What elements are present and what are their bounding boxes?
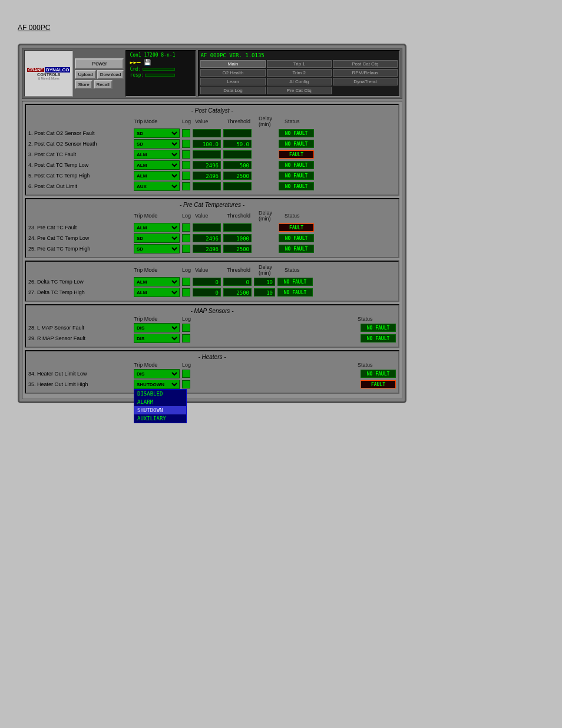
trip-mode-select-5[interactable]: ALM [134,171,180,180]
log-checkbox-3[interactable] [182,150,190,159]
trip-mode-select-28[interactable]: DIS [134,323,180,332]
threshold-display-25: 2500 [223,245,252,253]
status-badge-28: NO FAULT [361,324,396,332]
tab-post-cat-ctq[interactable]: Post Cat Ctq [333,60,398,68]
value-display-26: 0 [193,278,221,286]
value-display-6 [193,182,221,190]
trip-mode-select-35-container: SHUTDOWN DISABLED ALARM SHUTDOWN AUXILIA… [134,380,180,389]
log-checkbox-1[interactable] [182,129,190,137]
underline-header: AF 000PC [18,24,50,32]
content-area: - Post Catalyst - Trip Mode Log Value Th… [22,101,402,399]
hdr-log-2: Log [182,213,193,219]
trip-mode-select-1[interactable]: SD [134,129,180,138]
logo-section: CRANE DYNALCO CONTROLS & More & Mores [24,50,73,97]
trip-mode-select-4[interactable]: ALM [134,160,180,170]
log-checkbox-4[interactable] [182,161,190,169]
threshold-display-4: 500 [223,161,252,169]
store-button[interactable]: Store [75,80,92,89]
delay-display-27: 10 [254,288,275,297]
tab-data-log[interactable]: Data Log [200,87,265,94]
threshold-display-3 [223,150,252,159]
status-badge-24: NO FAULT [279,234,314,242]
log-checkbox-24[interactable] [182,234,190,242]
trip-mode-select-3[interactable]: ALM [134,150,180,159]
hdr-threshold-2: Threshold [227,213,256,219]
dropdown-item-auxiliary[interactable]: AUXILIARY [134,414,186,423]
trip-mode-select-26[interactable]: ALM [134,277,180,286]
tab-learn[interactable]: Learn [200,78,265,85]
table-row: 3. Post Cat TC Fault ALM FAULT [28,150,396,159]
hdr-log-5: Log [182,362,193,368]
log-checkbox-29[interactable] [182,334,190,342]
row-label: 1. Post Cat O2 Sensor Fault [28,130,131,136]
log-checkbox-5[interactable] [182,172,190,180]
row-label: 26. Delta TC Temp Low [28,279,131,285]
header-bar: CRANE DYNALCO CONTROLS & More & Mores Po… [22,48,402,99]
status-badge-23: FAULT [279,223,314,232]
tab-ai-config[interactable]: AI Config [267,78,332,85]
trip-mode-select-27[interactable]: ALM [134,288,180,297]
tab-rpm-relaus[interactable]: RPM/Relaus [333,69,398,77]
pre-cat-headers: Trip Mode Log Value Threshold Delay (min… [28,210,396,222]
map-sensors-section: - MAP Sensors - Trip Mode Log Status 28.… [25,304,399,348]
status-badge-3: FAULT [279,150,314,159]
value-display-25: 2496 [193,245,221,253]
trip-mode-select-35[interactable]: SHUTDOWN [134,380,180,389]
value-display-23 [193,223,221,232]
trip-mode-select-34[interactable]: DIS [134,369,180,378]
tab-pre-cat-ctq[interactable]: Pre Cat Ctq [267,87,332,94]
trip-mode-select-23[interactable]: ALM [134,223,180,232]
log-checkbox-26[interactable] [182,278,190,286]
logo-controls: CONTROLS [37,73,60,77]
hdr-threshold: Threshold [227,118,256,124]
dropdown-item-disabled[interactable]: DISABLED [134,390,186,398]
tab-trip1[interactable]: Trip 1 [267,60,332,68]
status-badge-5: NO FAULT [279,172,314,180]
delta-tc-headers: Trip Mode Log Value Threshold Delay (min… [28,264,396,276]
trip-mode-select-24[interactable]: SD [134,233,180,243]
recall-button[interactable]: Recall [94,80,113,89]
status-badge-26: NO FAULT [277,278,313,286]
upload-button[interactable]: Upload [75,70,95,79]
log-checkbox-28[interactable] [182,324,190,332]
dropdown-item-alarm[interactable]: ALARM [134,398,186,406]
tab-o2-health[interactable]: O2 Health [200,69,265,77]
table-row: 27. Delta TC Temp High ALM 0 2500 10 NO … [28,288,396,297]
tab-dynatrend[interactable]: DynaTrend [333,78,398,85]
log-checkbox-35[interactable] [182,380,190,388]
trip-mode-select-6[interactable]: AUX [134,182,180,191]
log-checkbox-34[interactable] [182,370,190,378]
table-row: 28. L MAP Sensor Fault DIS NO FAULT [28,323,396,332]
trip-mode-select-29[interactable]: DIS [134,334,180,343]
comm-title: Con1 17200 8-n-1 [130,52,192,58]
status-badge-4: NO FAULT [279,161,314,169]
heaters-title: - Heaters - [28,354,396,360]
log-checkbox-23[interactable] [182,223,190,232]
threshold-display-26: 0 [223,278,252,286]
hdr-trip-mode-4: Trip Mode [134,316,180,322]
tab-trim2[interactable]: Trim 2 [267,69,332,77]
log-checkbox-2[interactable] [182,140,190,148]
log-checkbox-6[interactable] [182,182,190,190]
map-sensors-title: - MAP Sensors - [28,308,396,314]
dropdown-item-shutdown[interactable]: SHUTDOWN [134,406,186,414]
download-button[interactable]: Download [97,70,124,79]
logo-sub: & More & Mores [38,77,59,80]
status-badge-6: NO FAULT [279,182,314,190]
status-badge-35: FAULT [361,380,396,388]
trip-mode-select-2[interactable]: SD [134,139,180,149]
threshold-display-5: 2500 [223,172,252,180]
heaters-section: - Heaters - Trip Mode Log Status 34. Hea… [25,350,399,394]
threshold-display-1 [223,129,252,137]
trip-mode-select-25[interactable]: SD [134,244,180,253]
tab-main[interactable]: Main [200,60,265,68]
hdr-value-2: Value [195,213,224,219]
hdr-threshold-3: Threshold [227,267,256,273]
row-label: 28. L MAP Sensor Fault [28,325,131,331]
log-checkbox-25[interactable] [182,245,190,253]
power-button[interactable]: Power [75,58,124,69]
table-row: 26. Delta TC Temp Low ALM 0 0 10 NO FAUL… [28,277,396,286]
log-checkbox-27[interactable] [182,288,190,297]
row-label: 6. Post Cat Out Limit [28,183,131,189]
value-display-3 [193,150,221,159]
